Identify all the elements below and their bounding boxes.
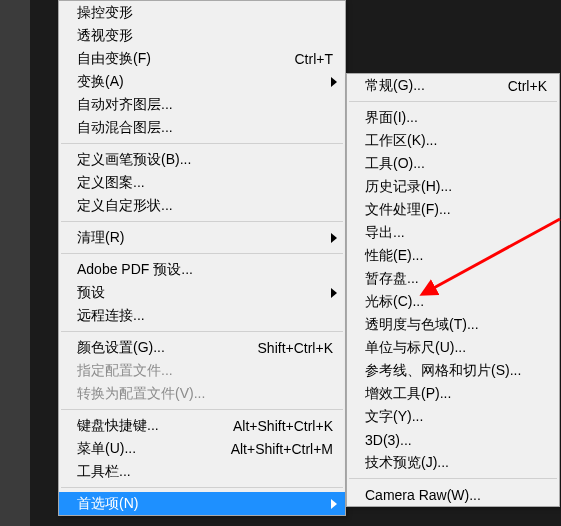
menu-item-label: 自动对齐图层... xyxy=(77,96,333,114)
menu1-item[interactable]: 自动对齐图层... xyxy=(59,93,345,116)
preferences-submenu: 常规(G)...Ctrl+K界面(I)...工作区(K)...工具(O)...历… xyxy=(346,73,560,507)
menu-item-label: 透明度与色域(T)... xyxy=(365,316,547,334)
menu2-item[interactable]: 常规(G)...Ctrl+K xyxy=(347,74,559,97)
submenu-arrow-icon xyxy=(331,74,337,90)
menu2-item[interactable]: 3D(3)... xyxy=(347,428,559,451)
menu2-item[interactable]: 增效工具(P)... xyxy=(347,382,559,405)
menu-item-label: 自动混合图层... xyxy=(77,119,333,137)
menu1-item[interactable]: 变换(A) xyxy=(59,70,345,93)
menu-separator xyxy=(61,331,343,332)
menu-separator xyxy=(61,409,343,410)
menu-item-shortcut: Alt+Shift+Ctrl+K xyxy=(223,418,333,434)
menu2-item[interactable]: 历史记录(H)... xyxy=(347,175,559,198)
menu1-item[interactable]: 定义图案... xyxy=(59,171,345,194)
menu-item-label: Adobe PDF 预设... xyxy=(77,261,333,279)
submenu-arrow-icon xyxy=(331,285,337,301)
menu-item-shortcut: Ctrl+K xyxy=(498,78,547,94)
menu1-item[interactable]: 远程连接... xyxy=(59,304,345,327)
menu-item-label: 参考线、网格和切片(S)... xyxy=(365,362,547,380)
menu-separator xyxy=(349,101,557,102)
menu1-item[interactable]: Adobe PDF 预设... xyxy=(59,258,345,281)
menu1-item[interactable]: 定义自定形状... xyxy=(59,194,345,217)
menu-item-label: 暂存盘... xyxy=(365,270,547,288)
menu-item-label: 转换为配置文件(V)... xyxy=(77,385,333,403)
menu1-item[interactable]: 定义画笔预设(B)... xyxy=(59,148,345,171)
menu-item-label: 颜色设置(G)... xyxy=(77,339,248,357)
menu-item-label: 光标(C)... xyxy=(365,293,547,311)
menu-item-label: 指定配置文件... xyxy=(77,362,333,380)
menu2-item[interactable]: 工作区(K)... xyxy=(347,129,559,152)
menu-item-label: 远程连接... xyxy=(77,307,333,325)
edit-menu: 操控变形透视变形自由变换(F)Ctrl+T变换(A)自动对齐图层...自动混合图… xyxy=(58,0,346,516)
menu-separator xyxy=(349,478,557,479)
menu2-item[interactable]: 工具(O)... xyxy=(347,152,559,175)
menu-item-label: 自由变换(F) xyxy=(77,50,285,68)
menu-item-label: 性能(E)... xyxy=(365,247,547,265)
menu-item-label: 3D(3)... xyxy=(365,432,547,448)
menu-item-label: 工作区(K)... xyxy=(365,132,547,150)
menu-item-label: 历史记录(H)... xyxy=(365,178,547,196)
menu1-item[interactable]: 颜色设置(G)...Shift+Ctrl+K xyxy=(59,336,345,359)
menu-item-shortcut: Shift+Ctrl+K xyxy=(248,340,333,356)
menu2-item[interactable]: 单位与标尺(U)... xyxy=(347,336,559,359)
menu-separator xyxy=(61,487,343,488)
menu2-item[interactable]: 参考线、网格和切片(S)... xyxy=(347,359,559,382)
menu1-item[interactable]: 键盘快捷键...Alt+Shift+Ctrl+K xyxy=(59,414,345,437)
menu2-item[interactable]: Camera Raw(W)... xyxy=(347,483,559,506)
menu-item-label: 首选项(N) xyxy=(77,495,333,513)
menu1-item: 指定配置文件... xyxy=(59,359,345,382)
menu1-item[interactable]: 工具栏... xyxy=(59,460,345,483)
menu-item-label: 预设 xyxy=(77,284,333,302)
menu-item-label: 文字(Y)... xyxy=(365,408,547,426)
menu2-item[interactable]: 技术预览(J)... xyxy=(347,451,559,474)
menu-item-label: 变换(A) xyxy=(77,73,333,91)
menu2-item[interactable]: 界面(I)... xyxy=(347,106,559,129)
menu1-item[interactable]: 菜单(U)...Alt+Shift+Ctrl+M xyxy=(59,437,345,460)
menu1-item[interactable]: 操控变形 xyxy=(59,1,345,24)
menu2-item[interactable]: 光标(C)... xyxy=(347,290,559,313)
menu-separator xyxy=(61,253,343,254)
submenu-arrow-icon xyxy=(331,496,337,512)
menu2-item[interactable]: 导出... xyxy=(347,221,559,244)
menu-item-label: 常规(G)... xyxy=(365,77,498,95)
menu-item-shortcut: Ctrl+T xyxy=(285,51,334,67)
menu-item-label: 定义画笔预设(B)... xyxy=(77,151,333,169)
menu1-item[interactable]: 清理(R) xyxy=(59,226,345,249)
submenu-arrow-icon xyxy=(331,230,337,246)
menu-item-label: 单位与标尺(U)... xyxy=(365,339,547,357)
menu2-item[interactable]: 性能(E)... xyxy=(347,244,559,267)
menu-item-label: 导出... xyxy=(365,224,547,242)
menu-item-label: 键盘快捷键... xyxy=(77,417,223,435)
menu1-item[interactable]: 自动混合图层... xyxy=(59,116,345,139)
menu1-item: 转换为配置文件(V)... xyxy=(59,382,345,405)
menu2-item[interactable]: 文字(Y)... xyxy=(347,405,559,428)
menu-separator xyxy=(61,221,343,222)
menu2-item[interactable]: 文件处理(F)... xyxy=(347,198,559,221)
menu1-item[interactable]: 预设 xyxy=(59,281,345,304)
menu-separator xyxy=(61,143,343,144)
menu-item-label: 技术预览(J)... xyxy=(365,454,547,472)
menu-item-label: 工具栏... xyxy=(77,463,333,481)
menu-item-label: 菜单(U)... xyxy=(77,440,221,458)
menu-item-label: 清理(R) xyxy=(77,229,333,247)
menu-item-label: 定义自定形状... xyxy=(77,197,333,215)
menu-item-label: 文件处理(F)... xyxy=(365,201,547,219)
menu-item-label: 工具(O)... xyxy=(365,155,547,173)
menu-item-label: 增效工具(P)... xyxy=(365,385,547,403)
menu1-item[interactable]: 透视变形 xyxy=(59,24,345,47)
menu2-item[interactable]: 暂存盘... xyxy=(347,267,559,290)
menu2-item[interactable]: 透明度与色域(T)... xyxy=(347,313,559,336)
menu-item-label: Camera Raw(W)... xyxy=(365,487,547,503)
menu-item-label: 定义图案... xyxy=(77,174,333,192)
menu-item-label: 界面(I)... xyxy=(365,109,547,127)
menu-item-label: 透视变形 xyxy=(77,27,333,45)
menu-item-label: 操控变形 xyxy=(77,4,333,22)
menu-item-shortcut: Alt+Shift+Ctrl+M xyxy=(221,441,333,457)
menu1-item[interactable]: 自由变换(F)Ctrl+T xyxy=(59,47,345,70)
menu1-item[interactable]: 首选项(N) xyxy=(59,492,345,515)
